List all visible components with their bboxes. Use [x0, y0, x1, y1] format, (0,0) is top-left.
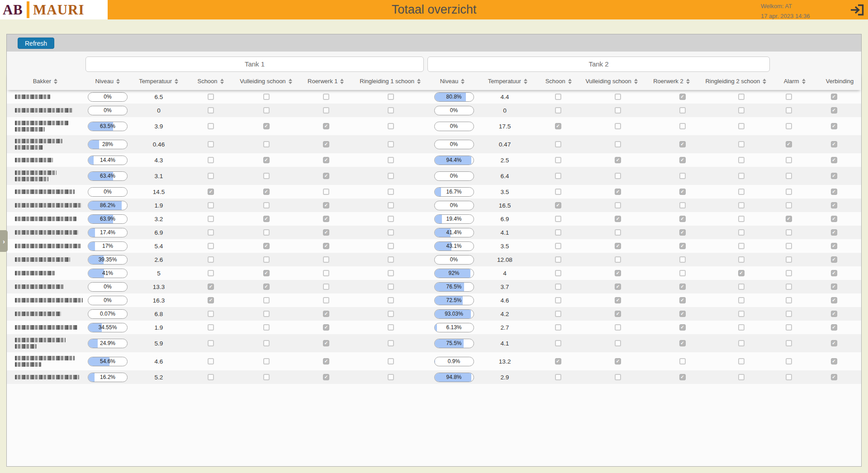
sort-arrows-icon[interactable]: [54, 79, 57, 84]
sort-arrows-icon[interactable]: [289, 79, 292, 84]
t2-vulleiding-checkbox[interactable]: [615, 173, 621, 179]
t2-ringleiding-checkbox[interactable]: ✓: [738, 270, 745, 276]
t2-schoon-checkbox[interactable]: [555, 229, 561, 236]
t1-schoon-checkbox[interactable]: [208, 141, 214, 147]
sort-arrows-icon[interactable]: [763, 79, 766, 84]
t2-ringleiding-checkbox[interactable]: [738, 284, 745, 290]
verbinding-checkbox[interactable]: ✓: [831, 270, 837, 276]
t1-roerwerk-checkbox[interactable]: [323, 107, 329, 114]
t2-roerwerk-checkbox[interactable]: ✓: [679, 340, 686, 346]
t1-schoon-checkbox[interactable]: [208, 216, 214, 222]
t1-ringleiding-checkbox[interactable]: [388, 123, 394, 129]
t2-ringleiding-checkbox[interactable]: [738, 216, 745, 222]
sort-arrows-icon[interactable]: [634, 79, 638, 84]
t1-roerwerk-checkbox[interactable]: [323, 94, 329, 100]
column-header-t2-vulleiding[interactable]: Vulleiding schoon: [581, 72, 642, 90]
t1-schoon-checkbox[interactable]: ✓: [208, 297, 214, 303]
t2-schoon-checkbox[interactable]: [555, 270, 561, 276]
alarm-checkbox[interactable]: [786, 202, 792, 208]
t2-vulleiding-checkbox[interactable]: [615, 202, 621, 208]
t1-schoon-checkbox[interactable]: [208, 324, 214, 331]
refresh-button[interactable]: Refresh: [18, 38, 54, 49]
t2-schoon-checkbox[interactable]: [555, 173, 561, 179]
t1-vulleiding-checkbox[interactable]: ✓: [263, 270, 270, 276]
t1-roerwerk-checkbox[interactable]: ✓: [323, 358, 329, 364]
t1-vulleiding-checkbox[interactable]: [263, 94, 270, 100]
t1-vulleiding-checkbox[interactable]: [263, 173, 270, 179]
t1-ringleiding-checkbox[interactable]: [388, 340, 394, 346]
alarm-checkbox[interactable]: [786, 107, 792, 114]
t1-vulleiding-checkbox[interactable]: [263, 374, 270, 380]
t1-vulleiding-checkbox[interactable]: [263, 141, 270, 147]
column-header-t2-ringleiding[interactable]: Ringleiding 2 schoon: [701, 72, 771, 90]
column-header-bakker[interactable]: Bakker: [7, 72, 84, 90]
t1-roerwerk-checkbox[interactable]: ✓: [323, 229, 329, 236]
t2-ringleiding-checkbox[interactable]: [738, 189, 745, 195]
t2-roerwerk-checkbox[interactable]: ✓: [679, 374, 686, 380]
t2-schoon-checkbox[interactable]: ✓: [555, 358, 561, 364]
t1-ringleiding-checkbox[interactable]: [388, 157, 394, 163]
t1-roerwerk-checkbox[interactable]: [323, 256, 329, 263]
t2-roerwerk-checkbox[interactable]: [679, 173, 686, 179]
t2-roerwerk-checkbox[interactable]: ✓: [679, 311, 686, 317]
t2-roerwerk-checkbox[interactable]: [679, 123, 686, 129]
alarm-checkbox[interactable]: ✓: [786, 216, 792, 222]
alarm-checkbox[interactable]: [786, 94, 792, 100]
alarm-checkbox[interactable]: [786, 297, 792, 303]
alarm-checkbox[interactable]: [786, 358, 792, 364]
verbinding-checkbox[interactable]: ✓: [831, 297, 837, 303]
t1-ringleiding-checkbox[interactable]: [388, 374, 394, 380]
verbinding-checkbox[interactable]: ✓: [831, 243, 837, 249]
t1-roerwerk-checkbox[interactable]: [323, 297, 329, 303]
t1-vulleiding-checkbox[interactable]: ✓: [263, 157, 270, 163]
t2-ringleiding-checkbox[interactable]: [738, 297, 745, 303]
t2-roerwerk-checkbox[interactable]: ✓: [679, 297, 686, 303]
t2-vulleiding-checkbox[interactable]: ✓: [615, 270, 621, 276]
t1-schoon-checkbox[interactable]: [208, 358, 214, 364]
t1-schoon-checkbox[interactable]: [208, 256, 214, 263]
t2-roerwerk-checkbox[interactable]: ✓: [679, 229, 686, 236]
t2-schoon-checkbox[interactable]: [555, 243, 561, 249]
verbinding-checkbox[interactable]: ✓: [831, 256, 837, 263]
t2-vulleiding-checkbox[interactable]: ✓: [615, 297, 621, 303]
t1-roerwerk-checkbox[interactable]: ✓: [323, 340, 329, 346]
t1-ringleiding-checkbox[interactable]: [388, 94, 394, 100]
t2-ringleiding-checkbox[interactable]: [738, 374, 745, 380]
t1-schoon-checkbox[interactable]: [208, 157, 214, 163]
verbinding-checkbox[interactable]: ✓: [831, 123, 837, 129]
alarm-checkbox[interactable]: [786, 173, 792, 179]
t1-ringleiding-checkbox[interactable]: [388, 358, 394, 364]
t1-ringleiding-checkbox[interactable]: [388, 311, 394, 317]
t1-schoon-checkbox[interactable]: [208, 311, 214, 317]
t2-roerwerk-checkbox[interactable]: ✓: [679, 157, 686, 163]
t2-roerwerk-checkbox[interactable]: ✓: [679, 141, 686, 147]
t1-schoon-checkbox[interactable]: [208, 243, 214, 249]
alarm-checkbox[interactable]: [786, 311, 792, 317]
t1-roerwerk-checkbox[interactable]: ✓: [323, 202, 329, 208]
verbinding-checkbox[interactable]: ✓: [831, 107, 837, 114]
t1-schoon-checkbox[interactable]: [208, 94, 214, 100]
t1-schoon-checkbox[interactable]: ✓: [208, 284, 214, 290]
t2-roerwerk-checkbox[interactable]: [679, 270, 686, 276]
t1-schoon-checkbox[interactable]: [208, 374, 214, 380]
verbinding-checkbox[interactable]: ✓: [831, 202, 837, 208]
t1-roerwerk-checkbox[interactable]: ✓: [323, 173, 329, 179]
t2-roerwerk-checkbox[interactable]: [679, 358, 686, 364]
verbinding-checkbox[interactable]: ✓: [831, 216, 837, 222]
alarm-checkbox[interactable]: [786, 243, 792, 249]
t2-schoon-checkbox[interactable]: [555, 189, 561, 195]
t2-vulleiding-checkbox[interactable]: [615, 107, 621, 114]
alarm-checkbox[interactable]: [786, 270, 792, 276]
alarm-checkbox[interactable]: [786, 340, 792, 346]
t1-ringleiding-checkbox[interactable]: [388, 202, 394, 208]
t2-vulleiding-checkbox[interactable]: [615, 141, 621, 147]
t1-schoon-checkbox[interactable]: [208, 123, 214, 129]
verbinding-checkbox[interactable]: ✓: [831, 311, 837, 317]
t2-schoon-checkbox[interactable]: [555, 94, 561, 100]
t2-roerwerk-checkbox[interactable]: ✓: [679, 94, 686, 100]
t2-roerwerk-checkbox[interactable]: ✓: [679, 189, 686, 195]
t2-ringleiding-checkbox[interactable]: [738, 243, 745, 249]
t1-ringleiding-checkbox[interactable]: [388, 284, 394, 290]
t2-schoon-checkbox[interactable]: [555, 324, 561, 331]
sort-arrows-icon[interactable]: [417, 79, 421, 84]
